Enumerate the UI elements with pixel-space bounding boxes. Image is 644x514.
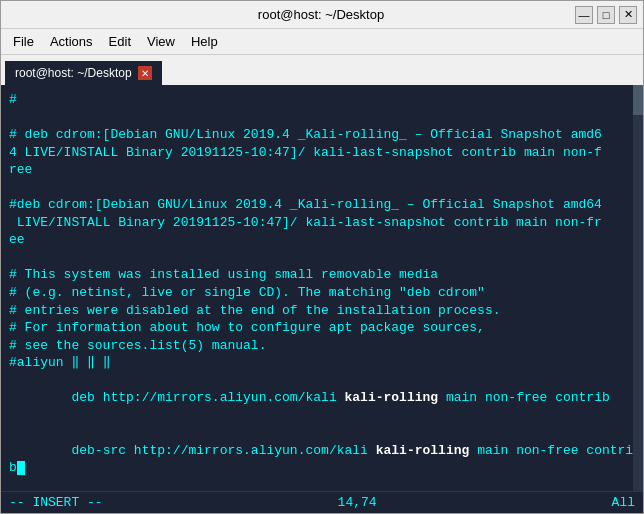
term-line: #deb cdrom:[Debian GNU/Linux 2019.4 _Kal… (9, 196, 635, 249)
menu-help[interactable]: Help (183, 32, 226, 51)
term-line: # This system was installed using small … (9, 266, 635, 284)
status-position: 14,74 (338, 495, 377, 510)
window-title: root@host: ~/Desktop (67, 7, 575, 22)
menu-view[interactable]: View (139, 32, 183, 51)
tab-label: root@host: ~/Desktop (15, 66, 132, 80)
term-line: # (9, 91, 635, 109)
status-view: All (612, 495, 635, 510)
term-line: # entries were disabled at the end of th… (9, 302, 635, 320)
tab-desktop[interactable]: root@host: ~/Desktop ✕ (5, 61, 162, 85)
status-bar: -- INSERT -- 14,74 All (1, 491, 643, 513)
term-line (9, 179, 635, 197)
tab-bar: root@host: ~/Desktop ✕ (1, 55, 643, 85)
window-controls: — □ ✕ (575, 6, 637, 24)
scrollbar[interactable] (633, 85, 643, 491)
term-line: # deb cdrom:[Debian GNU/Linux 2019.4 _Ka… (9, 126, 635, 179)
term-line: # see the sources.list(5) manual. (9, 337, 635, 355)
tab-close-button[interactable]: ✕ (138, 66, 152, 80)
window: root@host: ~/Desktop — □ ✕ File Actions … (0, 0, 644, 514)
term-line: # (e.g. netinst, live or single CD). The… (9, 284, 635, 302)
term-line (9, 249, 635, 267)
menu-actions[interactable]: Actions (42, 32, 101, 51)
minimize-button[interactable]: — (575, 6, 593, 24)
terminal-content: # # deb cdrom:[Debian GNU/Linux 2019.4 _… (9, 91, 635, 485)
menu-file[interactable]: File (5, 32, 42, 51)
menu-bar: File Actions Edit View Help (1, 29, 643, 55)
term-line (9, 109, 635, 127)
close-button[interactable]: ✕ (619, 6, 637, 24)
terminal[interactable]: # # deb cdrom:[Debian GNU/Linux 2019.4 _… (1, 85, 643, 491)
term-line-deb: deb http://mirrors.aliyun.com/kali kali-… (9, 372, 635, 425)
scrollbar-thumb[interactable] (633, 85, 643, 115)
term-line: # For information about how to configure… (9, 319, 635, 337)
maximize-button[interactable]: □ (597, 6, 615, 24)
cursor (17, 461, 25, 475)
title-bar: root@host: ~/Desktop — □ ✕ (1, 1, 643, 29)
term-line: #aliyun ‖ ‖ ‖ (9, 354, 635, 372)
term-line-deb-src: deb-src http://mirrors.aliyun.com/kali k… (9, 424, 635, 485)
status-mode: -- INSERT -- (9, 495, 103, 510)
menu-edit[interactable]: Edit (101, 32, 139, 51)
